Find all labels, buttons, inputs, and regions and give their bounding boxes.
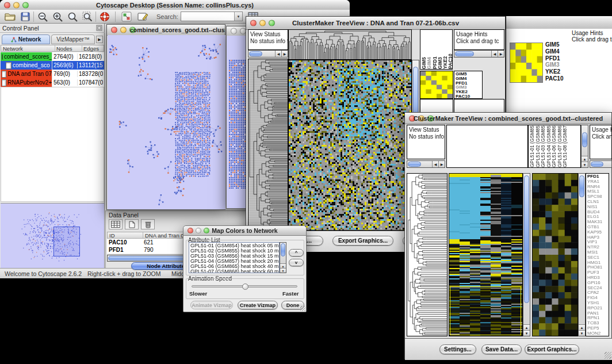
create-attribute-button[interactable]: [125, 219, 139, 229]
network-view-titlebar[interactable]: combined_scores_good.txt--cluste...: [107, 25, 225, 36]
network-row-combined-scores[interactable]: combined_scores_ 2764(0) 16218(0): [1, 52, 104, 61]
col-header-network[interactable]: Network: [1, 45, 55, 51]
attribute-select-button[interactable]: [109, 219, 123, 229]
save-data-button[interactable]: Save Data...: [481, 344, 522, 354]
move-up-label: ^: [295, 250, 298, 255]
zoom-in-button[interactable]: [51, 11, 64, 22]
move-up-button[interactable]: ^: [289, 249, 304, 256]
attribute-item[interactable]: GPL51-04 (GSM857) heat shock 20 min: [190, 259, 279, 264]
network-row-rnapuber[interactable]: RNAPuberNov2+ 563(0) 107847(0): [1, 78, 104, 87]
scroll-left-icon[interactable]: ◀: [275, 51, 281, 57]
animate-vizmap-button[interactable]: Animate Vizmap: [190, 301, 233, 309]
zoom-selected-button[interactable]: [66, 11, 79, 22]
global-heatmap[interactable]: [449, 173, 523, 336]
scroll-up-icon[interactable]: ▲: [582, 156, 588, 162]
zoom-heatmap[interactable]: [420, 71, 453, 99]
usage-hints-hscrollbar[interactable]: [590, 160, 612, 168]
array-label: GPL51-08 (GSM872): [563, 125, 568, 167]
attribute-list-vscrollbar[interactable]: ▲ ▼: [280, 242, 286, 273]
col-header-nodes[interactable]: Nodes: [55, 45, 82, 51]
array-tree-dendrogram[interactable]: [288, 29, 412, 60]
done-label: Done: [286, 302, 300, 308]
view-status-hscrollbar[interactable]: ◀ ▶: [248, 50, 288, 58]
dialog-titlebar[interactable]: Map Colors to Network: [183, 226, 306, 236]
close-icon[interactable]: [231, 28, 237, 35]
tab-network[interactable]: Network: [2, 35, 50, 44]
network-canvas[interactable]: [108, 35, 225, 209]
network-row-combined-sco-selected[interactable]: combined_sco 2569(6) 13112(15): [1, 61, 104, 70]
settings-button[interactable]: Settings...: [439, 344, 476, 354]
attribute-item[interactable]: GPL51-03 (GSM856) heat shock 15 min: [190, 254, 279, 259]
vizmapper-tool-button[interactable]: [120, 11, 133, 22]
treeview2-titlebar[interactable]: ClusterMaker TreeView : combined_scores_…: [405, 113, 611, 124]
overview-canvas[interactable]: [1, 204, 104, 268]
scroll-right-icon[interactable]: ▶: [281, 51, 288, 57]
data-col-id[interactable]: ID: [108, 232, 143, 238]
animation-speed-slider[interactable]: [192, 285, 297, 288]
zoom-heatmap[interactable]: [532, 173, 578, 336]
scroll-right-icon[interactable]: ▶: [498, 51, 504, 57]
status-zoom-hint: Right-click + drag to ZOOM: [87, 270, 161, 277]
background-network-canvas[interactable]: [228, 59, 247, 191]
search-combo: ▼: [181, 12, 243, 21]
network-row-dna-tran[interactable]: DNA and Tran 07 769(0) 183728(0): [1, 70, 104, 78]
zoom-fit-button[interactable]: [81, 11, 94, 22]
global-vscrollbar[interactable]: ▲ ▼: [523, 173, 530, 336]
search-input[interactable]: [181, 12, 234, 21]
network-canvas-area[interactable]: [108, 35, 225, 209]
array-label-vscrollbar[interactable]: ▲ ▼: [581, 125, 588, 168]
global-heatmap[interactable]: [288, 60, 412, 231]
scroll-down-icon[interactable]: ▼: [582, 162, 588, 167]
save-session-button[interactable]: [18, 11, 32, 22]
view-status-title: View Status: [250, 31, 281, 37]
zoom-out-button[interactable]: [36, 11, 49, 22]
scroll-right-icon[interactable]: ▶: [438, 161, 445, 167]
correlation-heatmap-canvas[interactable]: [510, 43, 543, 83]
attribute-item[interactable]: GPL51-02 (GSM855) heat shock 10 min: [190, 248, 279, 254]
export-graphics-button[interactable]: Export Graphics...: [525, 344, 579, 354]
attribute-item[interactable]: GPL51-06 (GSM865) heat shock 40 min: [190, 264, 279, 269]
control-panel: Control Panel Network VizMapper™ ▶ Netwo…: [0, 24, 105, 268]
annotation-icon: [137, 12, 148, 22]
create-vizmap-button[interactable]: Create Vizmap: [238, 301, 278, 309]
scroll-up-icon[interactable]: ▲: [280, 263, 286, 268]
network-doc-icon: [2, 79, 6, 86]
resize-grip[interactable]: [605, 352, 611, 359]
attribute-listbox[interactable]: GPL51-01 (GSM854) heat shock 05 minGPL51…: [189, 242, 280, 273]
scroll-down-icon[interactable]: ▼: [280, 268, 286, 273]
view-status-title: View Status: [409, 127, 439, 133]
network-tree-area[interactable]: [1, 87, 104, 202]
scroll-up-icon[interactable]: ▲: [579, 324, 585, 330]
move-down-button[interactable]: v: [289, 259, 304, 266]
usage-hints-hscrollbar[interactable]: ◀ ▶: [454, 50, 504, 58]
open-session-button[interactable]: [3, 11, 17, 22]
main-titlebar[interactable]: Cytoscape Desktop (Session Name: collins…: [0, 0, 350, 10]
treeview-back-titlebar[interactable]: [506, 16, 612, 29]
export-graphics-button[interactable]: Export Graphics...: [332, 236, 393, 246]
gene-tree-dendrogram[interactable]: [248, 59, 288, 231]
search-dropdown-icon[interactable]: ▼: [234, 12, 242, 21]
delete-attribute-button[interactable]: [141, 219, 155, 229]
zoom-vscrollbar[interactable]: ▲ ▼: [578, 173, 586, 336]
col-header-edges[interactable]: Edges: [82, 45, 99, 51]
scroll-up-icon[interactable]: ▲: [523, 324, 530, 330]
view-status-hscrollbar[interactable]: ◀ ▶: [407, 160, 445, 168]
tab-overflow-button[interactable]: ▶: [96, 36, 103, 43]
attribute-item[interactable]: GPL51-07 (GSM868) heat shock 60 min: [190, 269, 279, 273]
scroll-down-icon[interactable]: ▼: [523, 330, 530, 336]
attribute-item[interactable]: GPL51-01 (GSM854) heat shock 05 min: [190, 243, 279, 248]
tab-vizmapper[interactable]: VizMapper™: [51, 35, 95, 44]
help-button[interactable]: [98, 11, 112, 22]
scroll-left-icon[interactable]: ◀: [491, 51, 498, 57]
gene-tree-dendrogram[interactable]: [407, 173, 447, 336]
gene-list[interactable]: PFD1YRA1RNR4MSL1SPC98CLN1NIS1BUD4ELG1MAK…: [586, 173, 609, 336]
scroll-left-icon[interactable]: ◀: [432, 161, 438, 167]
scroll-down-icon[interactable]: ▼: [579, 330, 585, 336]
resize-grip[interactable]: [300, 306, 305, 311]
treeview1-titlebar[interactable]: ClusterMaker TreeView : DNA and Tran 07-…: [246, 17, 505, 30]
treeview-back-window: Usage Hints Click and drag to GIM5GIM4PF…: [506, 16, 612, 112]
float-panel-icon[interactable]: [96, 25, 102, 31]
annotation-tool-button[interactable]: [136, 11, 150, 22]
vizmapper-icon: [121, 12, 132, 22]
network-overview-pane[interactable]: [1, 203, 104, 267]
